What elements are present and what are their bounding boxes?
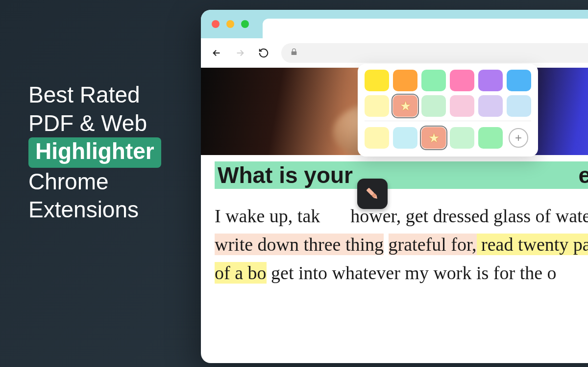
p-text: I wake up, tak (215, 206, 320, 226)
maximize-icon[interactable] (241, 20, 249, 28)
palette-row-1 (365, 70, 531, 91)
highlight-peach: write down three thing (215, 234, 384, 255)
heading-part1: What is your (218, 162, 353, 188)
forward-icon[interactable] (234, 47, 246, 59)
p-text: glass of water, (493, 206, 588, 226)
p-text: get into whatever my work is for the o (271, 262, 557, 283)
close-icon[interactable] (212, 20, 220, 28)
window-controls (212, 20, 249, 28)
color-swatch[interactable] (421, 127, 446, 149)
color-swatch[interactable] (450, 95, 474, 117)
browser-toolbar (201, 38, 588, 68)
color-swatch[interactable] (421, 70, 446, 91)
color-swatch[interactable] (365, 95, 389, 117)
palette-row-2 (365, 95, 531, 117)
browser-tab[interactable] (263, 19, 588, 38)
promo-headline: Best Rated PDF & Web Highlighter Chrome … (28, 81, 161, 224)
lock-icon (290, 48, 298, 58)
color-swatch[interactable] (507, 70, 531, 91)
color-swatch[interactable] (393, 95, 417, 117)
article-heading: What is your _________________ e? (215, 161, 588, 189)
page-content: What is your _________________ e? I wake… (201, 68, 588, 363)
promo-line1: Best Rated (28, 81, 161, 109)
back-icon[interactable] (211, 47, 222, 59)
browser-window: + What is your _________________ e? I w (201, 10, 588, 363)
promo-line5: Extensions (28, 196, 161, 224)
palette-row-3: + (365, 127, 531, 149)
article-paragraph: I wake up, takhower, get dressed glass o… (215, 202, 588, 287)
color-swatch[interactable] (478, 95, 503, 117)
promo-line2: PDF & Web (28, 109, 161, 138)
color-swatch[interactable] (393, 127, 417, 149)
heading-part2: e? (579, 162, 588, 188)
color-swatch[interactable] (478, 127, 503, 149)
color-swatch[interactable] (393, 70, 417, 91)
color-swatch[interactable] (365, 127, 389, 149)
browser-titlebar: + (201, 10, 588, 38)
palette-divider (365, 121, 531, 121)
color-palette-popup: + (358, 64, 538, 157)
reload-icon[interactable] (258, 47, 270, 59)
color-swatch[interactable] (365, 70, 389, 91)
color-swatch[interactable] (507, 95, 531, 117)
color-swatch[interactable] (450, 70, 474, 91)
address-bar[interactable] (281, 43, 588, 63)
color-swatch[interactable] (450, 127, 474, 149)
add-color-button[interactable]: + (509, 128, 528, 148)
promo-line4: Chrome (28, 168, 161, 196)
highlighter-icon[interactable] (357, 179, 388, 209)
color-swatch[interactable] (421, 95, 446, 117)
color-swatch[interactable] (478, 70, 503, 91)
minimize-icon[interactable] (226, 20, 234, 28)
promo-highlight: Highlighter (28, 137, 161, 168)
article-body: What is your _________________ e? I wake… (201, 155, 588, 301)
highlight-peach: grateful for, (389, 234, 477, 255)
